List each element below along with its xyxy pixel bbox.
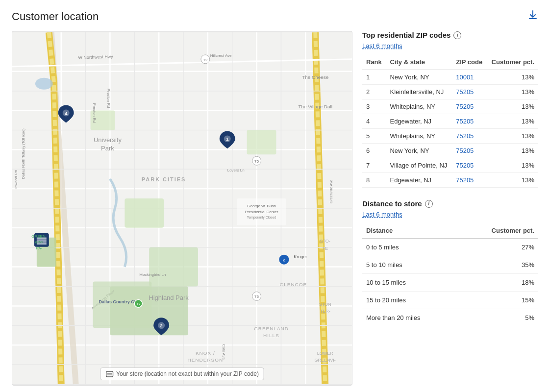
zip-code[interactable]: 75205 xyxy=(452,85,487,99)
distance-table-row: 5 to 10 miles 35% xyxy=(362,256,538,274)
zip-city-state: New York, NY xyxy=(386,70,452,85)
zip-pct: 13% xyxy=(487,70,538,85)
zip-code[interactable]: 10001 xyxy=(452,70,487,85)
zip-table-row: 1 New York, NY 10001 13% xyxy=(362,70,538,85)
zip-code[interactable]: 75205 xyxy=(452,114,487,129)
zip-code[interactable]: 75205 xyxy=(452,144,487,158)
page-title: Customer location xyxy=(12,10,99,23)
svg-text:Park: Park xyxy=(101,145,114,152)
zip-rank: 6 xyxy=(362,144,386,158)
svg-text:75: 75 xyxy=(254,294,259,299)
col-customer-pct: Customer pct. xyxy=(487,55,538,70)
distance-pct: 27% xyxy=(459,239,538,256)
svg-text:Cole Ave: Cole Ave xyxy=(222,344,226,360)
distance-table-row: More than 20 miles 5% xyxy=(362,309,538,327)
svg-point-38 xyxy=(35,78,53,90)
distance-table: Distance Customer pct. 0 to 5 miles 27% … xyxy=(362,224,538,326)
svg-text:Preston Rd: Preston Rd xyxy=(92,103,97,123)
col-rank: Rank xyxy=(362,55,386,70)
svg-text:Lovers Ln: Lovers Ln xyxy=(227,168,245,172)
zip-section-heading: Top residential ZIP codes xyxy=(362,31,450,39)
zip-code[interactable]: 75205 xyxy=(452,158,487,173)
svg-text:HENDERSON: HENDERSON xyxy=(188,357,224,363)
zip-pct: 13% xyxy=(487,173,538,188)
zip-table: Rank City & state ZIP code Customer pct.… xyxy=(362,55,538,188)
svg-text:Presidential Center: Presidential Center xyxy=(245,210,278,214)
svg-rect-32 xyxy=(125,198,164,228)
zip-code[interactable]: 75205 xyxy=(452,99,487,114)
svg-text:K: K xyxy=(283,258,286,263)
zip-city-state: Edgewater, NJ xyxy=(386,114,452,129)
svg-text:University: University xyxy=(94,136,122,144)
distance-pct: 5% xyxy=(459,309,538,327)
col-dist-customer-pct: Customer pct. xyxy=(459,224,538,239)
svg-text:75: 75 xyxy=(254,159,259,164)
svg-text:Preston Rd: Preston Rd xyxy=(106,89,111,108)
zip-city-state: Whiteplains, NY xyxy=(386,99,452,114)
distance-pct: 35% xyxy=(459,256,538,274)
svg-rect-36 xyxy=(247,130,276,154)
svg-text:STON: STON xyxy=(319,302,331,307)
svg-text:LOWER: LOWER xyxy=(317,351,333,356)
svg-text:PARK CITIES: PARK CITIES xyxy=(142,176,186,182)
distance-pct: 18% xyxy=(459,274,538,292)
svg-rect-72 xyxy=(93,282,152,328)
svg-text:2: 2 xyxy=(160,323,163,328)
zip-section: Top residential ZIP codes i Last 6 month… xyxy=(362,31,538,188)
svg-text:GREEN-: GREEN- xyxy=(31,234,47,239)
col-city-state: City & state xyxy=(386,55,452,70)
distance-range: 10 to 15 miles xyxy=(362,274,459,292)
right-panel: Top residential ZIP codes i Last 6 month… xyxy=(362,31,538,386)
svg-text:12: 12 xyxy=(203,58,207,62)
zip-code[interactable]: 75205 xyxy=(452,129,487,144)
svg-rect-33 xyxy=(149,247,198,287)
download-button[interactable] xyxy=(527,10,538,23)
svg-text:Dallas North Tollway (Toll roa: Dallas North Tollway (Toll road) xyxy=(21,128,25,179)
svg-text:GREENLAND: GREENLAND xyxy=(254,326,289,331)
zip-city-state: Edgewater, NJ xyxy=(386,173,452,188)
svg-text:TE: TE xyxy=(322,246,327,251)
zip-pct: 13% xyxy=(487,129,538,144)
distance-period-label[interactable]: Last 6 months xyxy=(362,211,402,218)
svg-text:PA-: PA- xyxy=(36,246,42,250)
map-container: W Northwest Hwy Preston Rd Hillcrest Ave… xyxy=(12,31,352,386)
svg-text:WAY: WAY xyxy=(35,240,44,245)
svg-text:Mockingbird Ln: Mockingbird Ln xyxy=(139,272,166,277)
zip-table-row: 3 Whiteplains, NY 75205 13% xyxy=(362,99,538,114)
svg-text:Kroger: Kroger xyxy=(294,254,307,259)
distance-section-heading: Distance to store xyxy=(362,199,422,208)
svg-text:TER-: TER- xyxy=(320,309,330,314)
zip-city-state: Village of Pointe, NJ xyxy=(386,158,452,173)
distance-range: 15 to 20 miles xyxy=(362,292,459,309)
map-footer-text: Your store (location not exact but withi… xyxy=(116,370,259,377)
zip-pct: 13% xyxy=(487,114,538,129)
svg-text:The Cheese: The Cheese xyxy=(302,74,329,80)
zip-rank: 7 xyxy=(362,158,386,173)
zip-table-row: 2 Kleinfeltersville, NJ 75205 13% xyxy=(362,85,538,99)
col-zip: ZIP code xyxy=(452,55,487,70)
distance-table-row: 0 to 5 miles 27% xyxy=(362,239,538,256)
distance-table-row: 15 to 20 miles 15% xyxy=(362,292,538,309)
zip-pct: 13% xyxy=(487,99,538,114)
zip-table-row: 7 Village of Pointe, NJ 75205 13% xyxy=(362,158,538,173)
distance-section: Distance to store i Last 6 months Distan… xyxy=(362,199,538,326)
svg-text:Highland Park: Highland Park xyxy=(149,294,189,301)
svg-text:GREENVI-: GREENVI- xyxy=(314,358,335,363)
store-icon xyxy=(105,370,113,377)
svg-rect-99 xyxy=(106,371,113,377)
svg-text:G: G xyxy=(137,302,140,306)
zip-pct: 13% xyxy=(487,158,538,173)
svg-text:KNOX /: KNOX / xyxy=(196,350,215,356)
col-distance: Distance xyxy=(362,224,459,239)
svg-text:Inwood Rd: Inwood Rd xyxy=(14,170,18,189)
zip-rank: 4 xyxy=(362,114,386,129)
distance-info-icon[interactable]: i xyxy=(425,200,433,208)
zip-period-label[interactable]: Last 6 months xyxy=(362,42,402,49)
svg-text:George W. Bush: George W. Bush xyxy=(247,204,275,208)
zip-table-row: 6 New York, NY 75205 13% xyxy=(362,144,538,158)
zip-info-icon[interactable]: i xyxy=(453,31,461,39)
svg-text:GLENCOE: GLENCOE xyxy=(279,282,307,288)
svg-text:Greenville Ave: Greenville Ave xyxy=(329,180,333,203)
svg-text:STO-: STO- xyxy=(320,239,330,244)
zip-code[interactable]: 75205 xyxy=(452,173,487,188)
